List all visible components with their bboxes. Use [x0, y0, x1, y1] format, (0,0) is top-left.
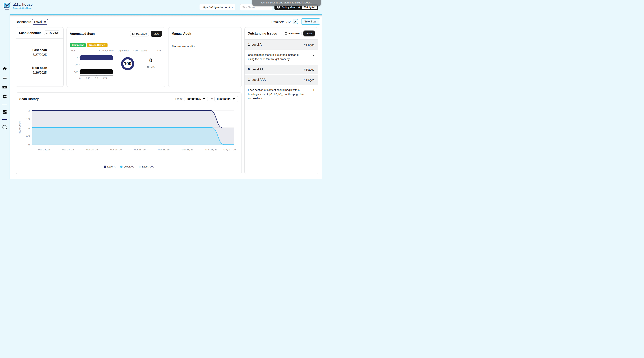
svg-text:0.75: 0.75 — [103, 77, 107, 79]
svg-text:Mar 28, 25: Mar 28, 25 — [182, 148, 194, 151]
legend-swatch-level-aaa — [138, 166, 141, 168]
sidebar-divider — [2, 104, 7, 104]
automated-scan-date[interactable]: 5/27/2025 — [130, 31, 149, 37]
next-scan-label: Next scan — [16, 66, 64, 70]
svg-text:Mar 28, 25: Mar 28, 25 — [110, 148, 122, 151]
svg-text:May 27, 25: May 27, 25 — [224, 148, 236, 151]
svg-text:0.5: 0.5 — [26, 135, 30, 138]
svg-text:AAA: AAA — [74, 71, 78, 73]
manual-audit-title: Manual Audit — [172, 32, 191, 36]
issue-row: Use semantic markup like strong instead … — [244, 50, 318, 65]
scan-history-card: Scan History From: 03/28/2025 To: 06/20/… — [16, 93, 242, 174]
wave-stat-panel: Wave < 5 0 Errors — [139, 49, 162, 80]
sidebar-item-add[interactable] — [2, 125, 7, 130]
lighthouse-panel-target: > 90 — [133, 49, 138, 52]
add-circle-icon — [2, 125, 7, 130]
edit-retainer-button[interactable] — [293, 19, 298, 24]
sidebar-divider — [2, 119, 7, 120]
outstanding-issues-view-button[interactable]: View — [304, 31, 315, 37]
svg-text:1.5: 1.5 — [26, 118, 30, 121]
svg-text:0.5: 0.5 — [95, 77, 98, 79]
main-stat-panel: Main < 10 A, < 5 AA AAAAAA00.250.50.751 — [70, 49, 116, 80]
automated-scan-title: Automated Scan — [70, 32, 95, 36]
svg-text:0: 0 — [28, 143, 30, 146]
top-bar: a11y. house Accessibility Radar https://… — [0, 0, 322, 14]
svg-text:2: 2 — [28, 109, 30, 112]
brand-subtitle: Accessibility Radar — [13, 7, 32, 9]
home-icon — [2, 67, 7, 71]
svg-text:Mar 28, 25: Mar 28, 25 — [206, 148, 217, 151]
wave-panel-target: < 5 — [157, 49, 161, 52]
manual-audit-empty-message: No manual audits. — [168, 40, 242, 53]
outstanding-issues-date[interactable]: 5/27/2025 — [283, 31, 302, 36]
svg-text:Mar 28, 25: Mar 28, 25 — [134, 148, 146, 151]
person-icon — [277, 6, 280, 9]
legend-level-aaa: Level AAA — [138, 165, 154, 168]
scan-schedule-card: Scan Schedule 30 Days Last scan 5/27/202… — [16, 27, 64, 87]
issue-page-count: 1 — [313, 85, 314, 92]
issue-text: Each section of content should begin wit… — [248, 85, 306, 103]
main-content: Dashboard Realtime Retainer: 0/12 New Sc… — [10, 14, 322, 179]
period-badge[interactable]: 30 Days — [44, 30, 60, 35]
main-panel-label: Main — [71, 49, 76, 52]
svg-text:Mar 28, 25: Mar 28, 25 — [158, 148, 170, 151]
calendar-icon — [285, 32, 288, 35]
clock-icon — [46, 32, 48, 34]
sidebar-item-home[interactable] — [2, 66, 7, 71]
level-a-summary-row: 1 Level A # Pages — [244, 40, 318, 50]
sidebar-nav — [0, 14, 10, 179]
level-aaa-summary-row: 1 Level AAA # Pages — [244, 75, 318, 85]
svg-text:AA: AA — [76, 64, 78, 66]
realtime-button[interactable]: Realtime — [32, 19, 48, 25]
legend-level-aa: Level AA — [120, 165, 134, 168]
chevron-down-icon: ▼ — [231, 6, 233, 8]
pages-header: # Pages — [304, 68, 314, 71]
brand-title: a11y. house — [13, 3, 32, 7]
brand-logo[interactable]: a11y. house Accessibility Radar — [3, 2, 32, 10]
main-panel-target: < 10 A, < 5 AA — [99, 49, 114, 52]
page-title: Dashboard — [16, 20, 31, 24]
list-icon — [2, 76, 7, 80]
notification-toast[interactable]: Joshua Espinal and sign in to Lexis®. Do… — [252, 0, 321, 6]
sidebar-item-settings[interactable] — [2, 94, 7, 99]
pencil-icon — [294, 20, 297, 23]
next-scan-date: 6/26/2025 — [16, 71, 64, 75]
last-scan-date: 5/27/2025 — [16, 53, 64, 57]
dashboard-grid-icon — [3, 110, 7, 114]
sidebar-item-scans[interactable] — [2, 85, 7, 90]
retainer-label: Retainer: 0/12 — [272, 20, 291, 24]
wave-panel-label: Wave — [141, 49, 147, 52]
gear-icon — [2, 94, 7, 99]
site-url-value: https://a11yradar.com/ — [202, 6, 230, 9]
outstanding-issues-card: Outstanding Issues 5/27/2025 View 1 Leve… — [244, 27, 318, 174]
level-aa-summary-row: 0 Level AA # Pages — [244, 65, 318, 75]
needs-review-badge: Needs Review — [87, 43, 108, 47]
issue-text: Use semantic markup like strong instead … — [248, 50, 306, 64]
lighthouse-stat-panel: Lighthouse > 90 100 — [116, 49, 139, 80]
site-url-selector[interactable]: https://a11yradar.com/ ▼ — [200, 4, 235, 10]
outstanding-issues-title: Outstanding Issues — [248, 32, 277, 35]
wave-error-label: Errors — [141, 65, 161, 68]
issue-row: Each section of content should begin wit… — [244, 85, 318, 104]
flight-ticket-icon — [2, 85, 7, 89]
svg-text:1: 1 — [28, 126, 30, 129]
lighthouse-score: 100 — [124, 61, 131, 66]
a11y-house-logo-icon — [3, 2, 11, 10]
issue-count-area-chart: 00.511.52Mar 28, 25Mar 28, 25Mar 28, 25M… — [18, 100, 240, 164]
svg-text:0.25: 0.25 — [86, 77, 90, 79]
last-scan-label: Last scan — [16, 48, 64, 52]
svg-text:1: 1 — [112, 77, 114, 79]
chart-legend: Level A Level AA Level AAA — [16, 165, 242, 168]
automated-scan-view-button[interactable]: View — [151, 31, 162, 37]
scan-schedule-title: Scan Schedule — [19, 31, 42, 35]
sidebar-item-list[interactable] — [2, 76, 7, 81]
pages-header: # Pages — [304, 78, 314, 82]
lighthouse-panel-label: Lighthouse — [118, 49, 130, 52]
sidebar-item-dashboard[interactable] — [2, 109, 7, 114]
legend-swatch-level-aa — [120, 166, 122, 168]
wcag-bar-chart: AAAAAA00.250.50.751 — [71, 53, 114, 80]
new-scan-button[interactable]: New Scan — [301, 18, 320, 25]
svg-text:0: 0 — [79, 77, 80, 79]
svg-text:A: A — [77, 57, 78, 59]
calendar-icon — [132, 32, 135, 35]
